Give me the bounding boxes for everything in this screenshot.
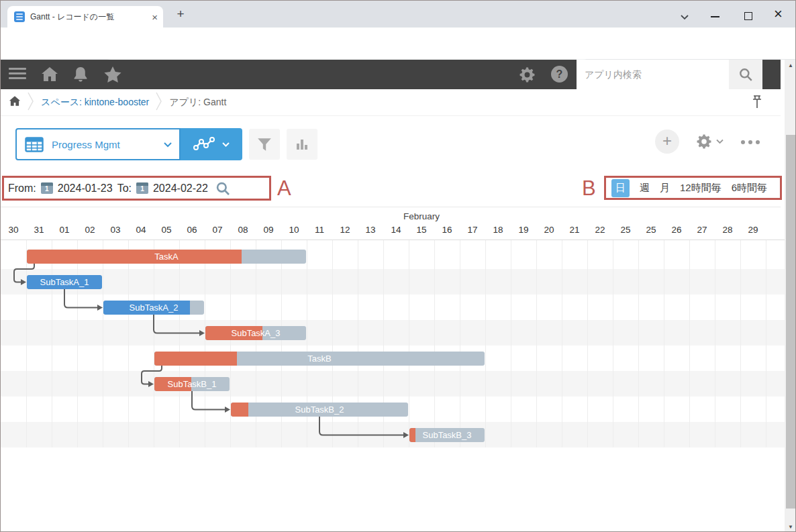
gridline — [460, 240, 460, 447]
from-date-value[interactable]: 2024-01-23 — [58, 182, 113, 195]
scale-button-3[interactable]: 12時間毎 — [680, 182, 722, 195]
gantt-row — [1, 320, 791, 345]
gridline — [77, 240, 78, 447]
task-label: SubTaskA_3 — [205, 326, 306, 340]
day-label: 18 — [485, 225, 511, 235]
tab-title: Gantt - レコードの一覧 — [30, 11, 148, 23]
task-bar[interactable]: SubTaskA_1 — [27, 275, 102, 289]
filter-button[interactable] — [249, 129, 280, 160]
window-minimize-button[interactable] — [711, 16, 719, 17]
gridline — [536, 240, 537, 447]
page-scrollbar[interactable]: ▲ ▼ — [785, 60, 796, 532]
scrollbar-thumb[interactable] — [786, 135, 795, 509]
task-bar[interactable]: SubTaskA_3 — [205, 326, 306, 340]
day-label: 19 — [511, 225, 536, 235]
browser-toolbar: ← → pandafirm.cybozu.com/k/2000/ — [1, 28, 795, 60]
day-label: 06 — [179, 225, 205, 235]
notifications-bell-icon[interactable] — [72, 66, 89, 86]
gridline — [511, 240, 511, 447]
gridline — [434, 240, 435, 447]
task-bar[interactable]: SubTaskA_2 — [103, 301, 204, 315]
day-label: 13 — [358, 225, 383, 235]
day-label: 01 — [52, 225, 77, 235]
hamburger-menu-icon[interactable] — [9, 68, 26, 79]
day-label: 11 — [307, 225, 332, 235]
day-label: 02 — [77, 225, 103, 235]
graph-view-button[interactable] — [181, 128, 242, 160]
scale-button-4[interactable]: 6時間毎 — [732, 182, 767, 195]
new-tab-button[interactable]: + — [172, 7, 189, 21]
gridline — [766, 240, 766, 447]
to-label: To: — [117, 182, 132, 195]
gridline — [154, 240, 154, 447]
day-label: 28 — [715, 225, 740, 235]
scale-button-1[interactable]: 週 — [640, 182, 650, 195]
day-label: 08 — [230, 225, 256, 235]
calendar-icon[interactable]: 1 — [41, 182, 53, 194]
breadcrumb-space-link[interactable]: スペース: kintone-booster — [41, 97, 149, 109]
breadcrumb-home-icon[interactable] — [9, 95, 21, 109]
gridline — [689, 240, 690, 447]
funnel-icon — [256, 136, 272, 152]
day-label: 15 — [409, 225, 434, 235]
calendar-icon[interactable]: 1 — [136, 182, 148, 194]
chart-button[interactable] — [287, 129, 317, 160]
day-label: 29 — [740, 225, 766, 235]
from-label: From: — [8, 182, 36, 195]
browser-tab[interactable]: Gantt - レコードの一覧 × — [7, 6, 163, 28]
gridline — [740, 240, 741, 447]
day-label: 09 — [256, 225, 281, 235]
app-search-input[interactable] — [577, 60, 729, 89]
window-close-button[interactable]: × — [774, 5, 783, 23]
scale-button-2[interactable]: 月 — [660, 182, 670, 195]
day-label: 22 — [587, 225, 613, 235]
task-label: TaskB — [154, 352, 485, 366]
scale-button-0[interactable]: 日 — [611, 179, 630, 197]
admin-gear-icon[interactable] — [518, 66, 536, 87]
tab-close-icon[interactable]: × — [152, 11, 158, 23]
day-label: 21 — [562, 225, 587, 235]
add-record-button[interactable]: + — [655, 129, 679, 154]
apply-search-icon[interactable] — [215, 181, 230, 196]
chevron-down-icon — [163, 142, 172, 148]
task-bar[interactable]: SubTaskB_3 — [409, 428, 485, 442]
to-date-value[interactable]: 2024-02-22 — [153, 182, 208, 195]
browser-window: Gantt - レコードの一覧 × + × ← → pandafirm.cybo… — [0, 0, 796, 532]
window-maximize-button[interactable] — [744, 12, 752, 20]
task-bar[interactable]: SubTaskB_1 — [154, 377, 230, 391]
task-label: TaskA — [27, 250, 306, 264]
task-bar[interactable]: TaskB — [154, 352, 485, 366]
gantt-row — [1, 269, 791, 295]
tab-search-icon[interactable] — [680, 11, 689, 23]
task-label: SubTaskA_1 — [27, 275, 102, 289]
gantt-controls: From: 1 2024-01-23 To: 1 2024-02-22 A B … — [1, 168, 781, 207]
timeline-border — [1, 240, 791, 240]
view-selector-value: Progress Mgmt — [52, 139, 163, 150]
view-selector[interactable]: Progress Mgmt — [15, 128, 242, 160]
gridline — [128, 240, 129, 447]
gridline — [485, 240, 486, 447]
app-settings-button[interactable] — [695, 133, 724, 150]
day-label: 16 — [434, 225, 460, 235]
gridline — [715, 240, 715, 447]
day-label: 25 — [613, 225, 638, 235]
app-search-button[interactable] — [729, 60, 762, 89]
gear-icon — [695, 133, 713, 150]
scroll-up-icon[interactable]: ▲ — [785, 62, 796, 68]
scroll-down-icon[interactable]: ▼ — [785, 524, 796, 530]
day-label: 03 — [103, 225, 128, 235]
breadcrumb-app-label: アプリ: Gantt — [169, 97, 226, 109]
help-icon[interactable]: ? — [551, 66, 568, 83]
more-options-icon[interactable] — [741, 140, 760, 144]
view-selector-main[interactable]: Progress Mgmt — [15, 128, 181, 160]
favorites-star-icon[interactable] — [103, 66, 122, 86]
day-label: 26 — [664, 225, 689, 235]
gridline — [613, 240, 613, 447]
day-label: 20 — [536, 225, 562, 235]
bar-chart-icon — [295, 138, 309, 151]
task-bar[interactable]: TaskA — [27, 250, 306, 264]
day-label: 10 — [281, 225, 307, 235]
task-bar[interactable]: SubTaskB_2 — [231, 403, 408, 417]
portal-home-icon[interactable] — [41, 66, 58, 85]
pin-icon[interactable] — [752, 95, 762, 112]
